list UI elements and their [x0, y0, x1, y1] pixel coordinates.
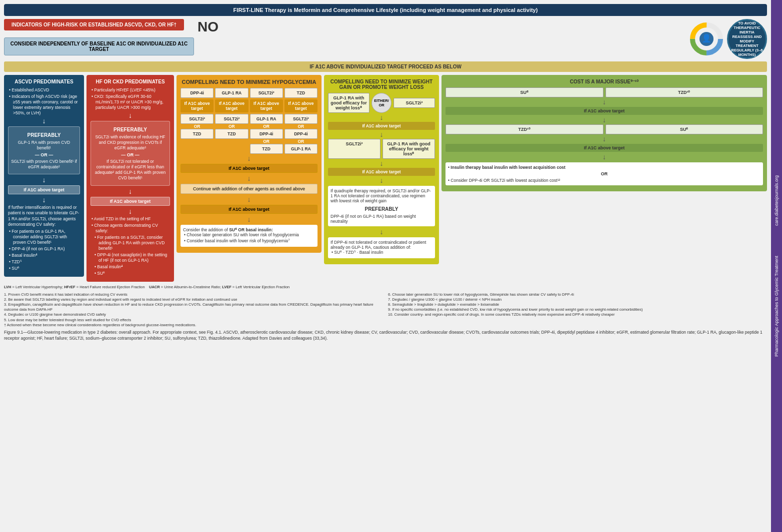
hypo-col3-glp1: GLP-1 RA [250, 114, 283, 124]
svg-text:👤: 👤 [702, 33, 712, 43]
hypo-col3: GLP-1 RA OR DPP-4i OR TZD [250, 114, 283, 154]
hypo-col1-sglt2i: SGLT2i² [180, 114, 214, 124]
hypo-col1: SGLT2i² OR TZD [180, 114, 214, 154]
fn-1: 1. Proven CVD benefit means it has label… [4, 292, 383, 297]
hypo-col3-dpp4i: DPP-4i [250, 129, 283, 139]
avoid-box: TO AVOID THERAPEUTIC INERTIA REASSESS AN… [727, 19, 767, 59]
hf-pref-label: PREFERABLY [94, 127, 167, 132]
weight-sglt2i-2: SGLT2i² [328, 139, 380, 159]
weight-drug-sglt2i: SGLT2i² [394, 98, 435, 108]
hf-if-not-text: If SGLT2i not tolerated or contraindicat… [94, 159, 167, 181]
cost-tzd: TZD¹⁰ [606, 87, 764, 97]
footnotes: 1. Proven CVD benefit means it has label… [4, 292, 767, 328]
weight-if-a1c-2: If A1C above target [328, 168, 435, 176]
hypo-col2-sglt2i: SGLT2i² [215, 114, 248, 124]
fn-dagger: † Actioned when these become new clinica… [4, 323, 383, 328]
weight-if-not-box: If DPP-4i not tolerated or contraindicat… [328, 237, 435, 258]
arrow-down-hypo-2: ↓ [180, 175, 318, 182]
hypo-consider-box: Consider the addition of SU⁶ OR basal in… [180, 225, 318, 247]
col-ascvd: ASCVD PREDOMINATES • Established ASCVD •… [4, 75, 84, 277]
arrow-down-weight-5: ↓ [328, 228, 435, 235]
top-right-circle: 👤 TO AVOID THERAPEUTIC INERTIA REASSESS … [687, 19, 767, 59]
ascvd-pref-label: PREFERABLY [11, 132, 77, 138]
no-label: NO [188, 19, 228, 35]
sidebar-text-2: Pharmacologic Approaches to Glycemic Tre… [774, 256, 779, 357]
hypo-a1c-2: If A1C above target [215, 99, 248, 112]
arrow-down-weight-1: ↓ [328, 114, 435, 121]
cost-drugs-row2: TZD¹⁰ SU⁶ [446, 124, 763, 134]
col-hf: HF OR CKD PREDOMINATES • Particularly HF… [86, 75, 174, 282]
fn-4: 4. Degludec or U100 glargine have demons… [4, 312, 383, 317]
arrow-down-hf-3: ↓ [90, 208, 170, 215]
top-area: INDICATORS OF HIGH-RISK OR ESTABLISHED A… [4, 19, 767, 59]
fn-3: 3. Empagliflozin, canagliflozin and dapa… [4, 302, 383, 312]
ascvd-title: ASCVD PREDOMINATES [8, 79, 80, 84]
hypo-col4-or1: OR [284, 124, 318, 129]
footnote-columns: 1. Proven CVD benefit means it has label… [4, 292, 767, 328]
arrow-down-2: ↓ [8, 176, 80, 183]
hypo-col4-or2: OR [284, 139, 318, 144]
ascvd-if-a1c: If A1C above target [8, 185, 80, 194]
arrow-down-cost-3: ↓ [446, 135, 763, 142]
cost-or: OR [448, 171, 760, 176]
weight-if-a1c-1: If A1C above target [328, 122, 435, 130]
hypo-col4-glp1: GLP-1 RA [284, 144, 318, 154]
hf-pref-box: PREFERABLY SGLT2i with evidence of reduc… [90, 121, 170, 185]
hypo-col3-tzd: TZD [250, 144, 283, 154]
fn-10: 10. Consider country- and region-specifi… [388, 312, 767, 317]
hypo-if-a1c-wide: If A1C above target [180, 164, 318, 173]
footnote-col-right: 6. Choose later generation SU to lower r… [388, 292, 767, 328]
ascvd-pref-drug2: SGLT2i with proven CVD benefit¹ if eGFR … [11, 159, 77, 170]
hypo-title: COMPELLING NEED TO MINIMIZE HYPOGLYCEMIA [180, 79, 318, 85]
arrow-down-weight-3: ↓ [328, 160, 435, 167]
ascvd-bullets2: • For patients on a GLP-1 RA, consider a… [8, 229, 80, 271]
cost-drugs-row1: SU⁶ TZD¹⁰ [446, 87, 763, 97]
hypo-col1-or: OR [180, 124, 214, 129]
cost-if-a1c-2: If A1C above target [446, 144, 763, 152]
arrow-down-1: ↓ [8, 117, 80, 124]
cost-su: SU⁶ [446, 87, 604, 97]
weight-row2: SGLT2i² GLP-1 RA with good efficacy for … [328, 139, 435, 159]
ascvd-further-text: If further intensification is required o… [8, 205, 80, 227]
sidebar-text-1: care.diabetesjournals.org [774, 175, 779, 226]
ascvd-or-1: — OR — [11, 152, 77, 157]
cost-insulin-text: • Insulin therapy basal insulin with low… [448, 165, 760, 170]
fn-8: 8. Semaglutide > liraglutide > dulagluti… [388, 302, 767, 307]
hypo-col3-or2: OR [250, 139, 283, 144]
hypo-continue-box: Continue with addition of other agents a… [180, 184, 318, 194]
footnote-col-left: 1. Proven CVD benefit means it has label… [4, 292, 383, 328]
arrow-down-hf-1: ↓ [90, 112, 170, 119]
cost-if-a1c-1: If A1C above target [446, 107, 763, 115]
fn-7: 7. Degludec / glargine U300 < glargine U… [388, 297, 767, 302]
arrow-down-hf-2: ↓ [90, 188, 170, 195]
ascvd-pref-box: PREFERABLY GLP-1 RA with proven CVD bene… [8, 126, 80, 174]
proceed-bar: IF A1C ABOVE INDIVIDUALIZED TARGET PROCE… [4, 61, 767, 72]
hypo-col2-or: OR [215, 124, 248, 129]
arrow-down-cost-1: ↓ [446, 98, 763, 105]
ascvd-pref-drug1: GLP-1 RA with proven CVD benefit¹ [11, 140, 77, 151]
arrow-down-weight-4: ↓ [328, 177, 435, 184]
cost-title: COST IS A MAJOR ISSUE⁹⁻¹⁰ [446, 79, 763, 84]
figure-caption: Figure 9.1—Glucose-lowering medication i… [4, 330, 767, 342]
hf-title: HF OR CKD PREDOMINATES [90, 79, 170, 84]
hypo-drug-glp1ra: GLP-1 RA [215, 88, 248, 98]
hypo-col2: SGLT2i² OR TZD [215, 114, 248, 154]
ascvd-bullets: • Established ASCVD • Indicators of high… [8, 87, 80, 116]
either-or-badge: EITHER/OR [372, 93, 392, 113]
hypo-col2-tzd: TZD [215, 129, 248, 139]
weight-glp1-2: GLP-1 RA with good efficacy for weight l… [382, 139, 435, 159]
indicators-box: INDICATORS OF HIGH-RISK OR ESTABLISHED A… [4, 19, 184, 30]
hypo-drugs-row1: DPP-4i GLP-1 RA SGLT2i² TZD [180, 88, 318, 98]
arrow-down-cost-4: ↓ [446, 153, 763, 160]
hypo-col4-sglt2i: SGLT2i² [284, 114, 318, 124]
consider-box: CONSIDER INDEPENDENTLY OF BASELINE A1C O… [4, 37, 194, 55]
hypo-a1c-3: If A1C above target [250, 99, 283, 112]
arrow-down-hypo-3: ↓ [180, 196, 318, 203]
fn-6: 6. Choose later generation SU to lower r… [388, 292, 767, 297]
col-hypo: COMPELLING NEED TO MINIMIZE HYPOGLYCEMIA… [176, 75, 322, 253]
hypo-a1c-1: If A1C above target [180, 99, 214, 112]
cost-insulin-box: • Insulin therapy basal insulin with low… [446, 162, 763, 185]
hf-or-1: — OR — [94, 152, 167, 157]
hypo-col3-or1: OR [250, 124, 283, 129]
fn-9: 9. If no specific comorbidities (i.e. no… [388, 307, 767, 312]
